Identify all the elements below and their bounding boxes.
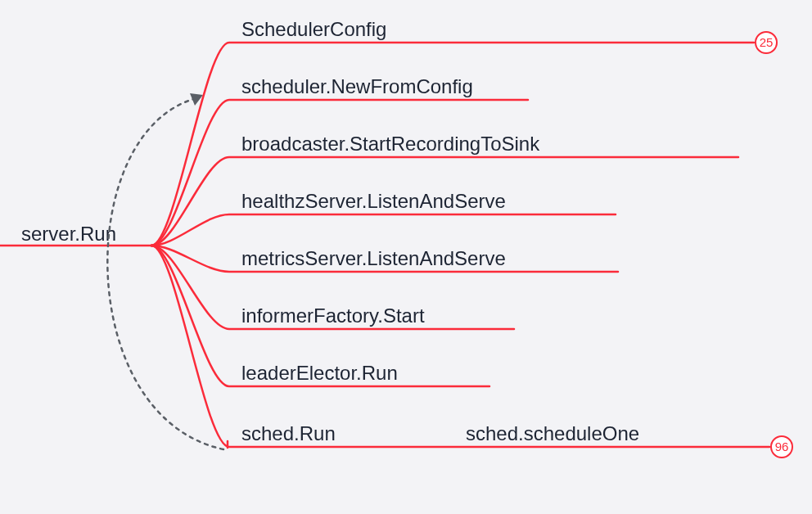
branch-connector bbox=[151, 246, 769, 447]
branch-label: metricsServer.ListenAndServe bbox=[241, 247, 506, 269]
branch-connector bbox=[151, 214, 616, 246]
branch-label: broadcaster.StartRecordingToSink bbox=[241, 133, 540, 155]
branch-label: healthzServer.ListenAndServe bbox=[241, 190, 506, 212]
mindmap-diagram: server.Run SchedulerConfig25scheduler.Ne… bbox=[0, 0, 812, 514]
branch-label: leaderElector.Run bbox=[241, 362, 398, 384]
branch-label: sched.Run bbox=[241, 422, 336, 444]
branch-second-label: sched.scheduleOne bbox=[466, 422, 639, 444]
count-badge-value: 96 bbox=[775, 440, 789, 453]
count-badge-value: 25 bbox=[760, 35, 774, 49]
branch-label: scheduler.NewFromConfig bbox=[241, 75, 473, 97]
branch-label: SchedulerConfig bbox=[241, 18, 386, 40]
branch-label: informerFactory.Start bbox=[241, 304, 425, 327]
loop-arrow bbox=[107, 93, 223, 449]
root-label: server.Run bbox=[21, 223, 116, 245]
